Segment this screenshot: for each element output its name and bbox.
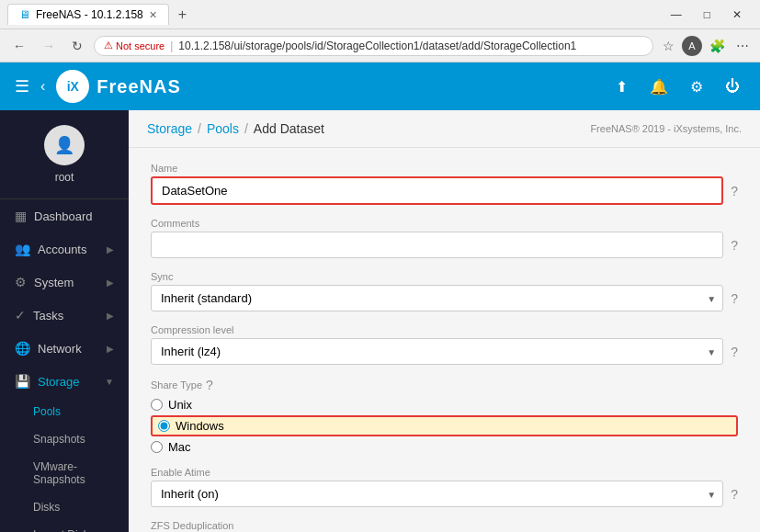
storage-arrow-icon: ▼	[105, 377, 114, 387]
name-input[interactable]	[151, 176, 723, 205]
sidebar: 👤 root ▦ Dashboard 👥 Accounts ▶ ⚙ System…	[0, 110, 129, 532]
sync-field-row: Inherit (standard) Standard Always Disab…	[151, 285, 738, 311]
sidebar-subitem-label-disks: Disks	[33, 501, 60, 514]
network-icon: 🌐	[15, 341, 30, 356]
tab-close-button[interactable]: ✕	[149, 9, 157, 21]
atime-select[interactable]: Inherit (on) on off	[151, 481, 723, 507]
compression-select-wrapper: Inherit (lz4) off lz4 gzip zle lzjb ▼	[151, 338, 723, 365]
sidebar-item-label-network: Network	[38, 342, 82, 356]
nav-refresh-button[interactable]: ↻	[66, 35, 88, 57]
app-container: ☰ ‹ iX FreeNAS ⬆ 🔔 ⚙ ⏻ 👤 root ▦ Dashboar…	[0, 62, 760, 532]
sidebar-subitem-label-snapshots: Snapshots	[33, 433, 85, 446]
logo-circle: iX	[56, 70, 89, 103]
radio-windows-input[interactable]	[158, 420, 170, 432]
sidebar-item-dashboard[interactable]: ▦ Dashboard	[0, 199, 129, 232]
radio-unix[interactable]: Unix	[151, 398, 738, 412]
sidebar-item-tasks[interactable]: ✓ Tasks ▶	[0, 299, 129, 332]
radio-mac[interactable]: Mac	[151, 440, 738, 454]
compression-select[interactable]: Inherit (lz4) off lz4 gzip zle lzjb	[151, 338, 723, 365]
window-maximize-button[interactable]: □	[693, 3, 721, 27]
extensions-btn[interactable]: 🧩	[706, 35, 729, 57]
atime-help-icon[interactable]: ?	[731, 487, 738, 502]
sidebar-subitem-snapshots[interactable]: Snapshots	[0, 425, 129, 453]
share-type-section: Share Type ? Unix Windows	[151, 378, 738, 454]
back-arrow-icon[interactable]: ‹	[40, 78, 45, 95]
comments-label: Comments	[151, 218, 738, 229]
sidebar-item-label-dashboard: Dashboard	[34, 209, 93, 223]
power-icon[interactable]: ⏻	[720, 73, 745, 100]
compression-help-icon[interactable]: ?	[731, 345, 738, 359]
sidebar-item-accounts[interactable]: 👥 Accounts ▶	[0, 232, 129, 266]
sidebar-item-label-system: System	[34, 276, 74, 289]
comments-input[interactable]	[151, 232, 723, 258]
dashboard-icon: ▦	[15, 209, 27, 223]
name-help-icon[interactable]: ?	[731, 184, 738, 198]
warning-icon: ⚠	[104, 40, 113, 51]
radio-group-share-type: Unix Windows Mac	[151, 398, 738, 454]
username-label: root	[55, 171, 74, 184]
breadcrumb-storage[interactable]: Storage	[147, 121, 192, 136]
hamburger-icon[interactable]: ☰	[15, 76, 29, 96]
browser-tab-active[interactable]: 🖥 FreeNAS - 10.1.2.158 ✕	[7, 4, 169, 25]
sidebar-item-storage[interactable]: 💾 Storage ▼	[0, 365, 129, 398]
comments-help-icon[interactable]: ?	[731, 238, 738, 253]
copyright-label: FreeNAS® 2019 - iXsystems, Inc.	[590, 123, 742, 134]
sync-select-wrapper: Inherit (standard) Standard Always Disab…	[151, 285, 723, 311]
sidebar-subitem-import-disk[interactable]: Import Disk	[0, 521, 129, 532]
compression-field-row: Inherit (lz4) off lz4 gzip zle lzjb ▼ ?	[151, 338, 738, 365]
sync-select[interactable]: Inherit (standard) Standard Always Disab…	[151, 285, 723, 311]
sidebar-subitem-pools[interactable]: Pools	[0, 398, 129, 425]
name-field-group: Name ?	[151, 163, 738, 205]
bell-icon[interactable]: 🔔	[644, 73, 674, 101]
zfs-dedup-label: ZFS Deduplication	[151, 520, 738, 531]
nav-back-button[interactable]: ←	[7, 35, 31, 57]
share-type-help-icon[interactable]: ?	[206, 378, 213, 392]
nav-icons-right: ☆ A 🧩 ⋯	[659, 35, 753, 57]
system-icon: ⚙	[15, 275, 27, 289]
sidebar-item-system[interactable]: ⚙ System ▶	[0, 266, 129, 299]
accounts-arrow-icon: ▶	[107, 244, 114, 255]
radio-windows[interactable]: Windows	[151, 415, 738, 436]
breadcrumb-sep1: /	[198, 121, 201, 136]
browser-tabs: 🖥 FreeNAS - 10.1.2.158 ✕ +	[7, 4, 192, 25]
star-icon-btn[interactable]: ☆	[659, 35, 678, 57]
breadcrumb: Storage / Pools / Add Dataset	[147, 121, 324, 136]
logo-area: iX FreeNAS	[56, 70, 180, 103]
sync-help-icon[interactable]: ?	[731, 291, 738, 306]
sidebar-item-network[interactable]: 🌐 Network ▶	[0, 332, 129, 365]
compression-field-group: Compression level Inherit (lz4) off lz4 …	[151, 324, 738, 365]
tab-favicon: 🖥	[19, 8, 30, 21]
address-text[interactable]: 10.1.2.158/ui/storage/pools/id/StorageCo…	[178, 40, 576, 52]
breadcrumb-sep2: /	[244, 121, 248, 136]
system-arrow-icon: ▶	[107, 277, 114, 288]
window-close-button[interactable]: ✕	[721, 3, 753, 27]
compression-label: Compression level	[151, 324, 738, 335]
name-label: Name	[151, 163, 738, 174]
nav-forward-button[interactable]: →	[37, 35, 61, 57]
breadcrumb-pools[interactable]: Pools	[207, 121, 239, 136]
tasks-icon: ✓	[15, 308, 26, 323]
sidebar-subitem-label-import-disk: Import Disk	[33, 528, 89, 532]
settings-icon[interactable]: ⚙	[685, 73, 709, 101]
breadcrumb-current: Add Dataset	[254, 121, 324, 136]
settings-btn[interactable]: ⋯	[732, 35, 753, 57]
user-profile-btn[interactable]: A	[682, 36, 702, 56]
radio-windows-label: Windows	[176, 419, 224, 433]
browser-navbar: ← → ↻ ⚠ Not secure | 10.1.2.158/ui/stora…	[0, 29, 760, 62]
tasks-arrow-icon: ▶	[107, 311, 114, 321]
sidebar-item-label-tasks: Tasks	[33, 309, 63, 323]
sidebar-item-label-storage: Storage	[38, 375, 80, 389]
sidebar-subitem-vmware-snapshots[interactable]: VMware-Snapshots	[0, 453, 129, 493]
radio-mac-label: Mac	[168, 440, 191, 454]
radio-unix-input[interactable]	[151, 399, 163, 411]
sidebar-subitem-disks[interactable]: Disks	[0, 493, 129, 521]
comments-field-group: Comments ?	[151, 218, 738, 258]
sidebar-subitem-label-pools: Pools	[33, 405, 61, 418]
upload-icon[interactable]: ⬆	[610, 73, 633, 101]
sidebar-item-label-accounts: Accounts	[38, 243, 86, 256]
window-minimize-button[interactable]: —	[660, 3, 693, 27]
atime-select-wrapper: Inherit (on) on off ▼	[151, 481, 723, 507]
address-bar: ⚠ Not secure | 10.1.2.158/ui/storage/poo…	[94, 36, 653, 56]
radio-mac-input[interactable]	[151, 441, 163, 453]
new-tab-button[interactable]: +	[173, 5, 192, 25]
